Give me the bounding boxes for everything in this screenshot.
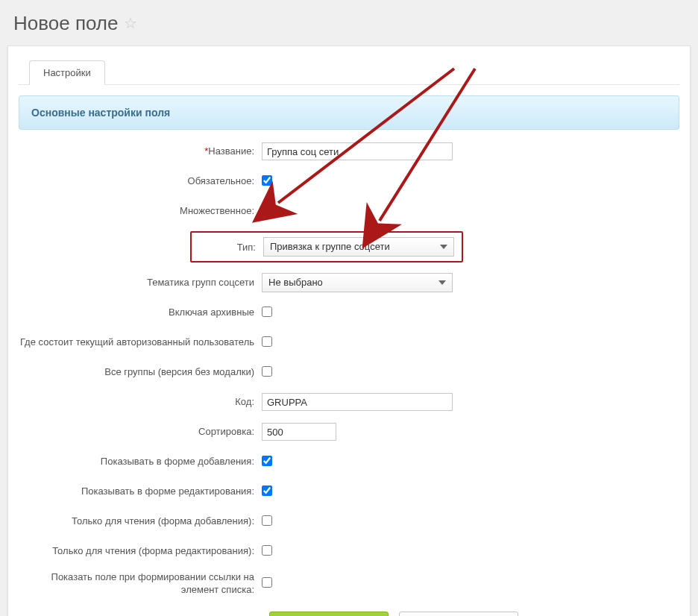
type-highlight: Тип: Привязка к группе соцсети <box>190 231 463 263</box>
multiple-checkbox[interactable] <box>262 205 272 216</box>
show-edit-checkbox[interactable] <box>262 485 272 496</box>
ro-add-checkbox[interactable] <box>262 515 272 526</box>
show-link-checkbox[interactable] <box>262 577 272 588</box>
sort-label: Сортировка: <box>19 426 262 439</box>
ro-edit-checkbox[interactable] <box>262 545 272 556</box>
save-button[interactable]: Сохранить <box>269 612 389 616</box>
chevron-down-icon <box>440 245 447 249</box>
topic-label: Тематика групп соцсети <box>19 277 262 289</box>
tab-settings[interactable]: Настройки <box>29 60 105 85</box>
section-header: Основные настройки поля <box>19 95 679 130</box>
ro-add-label: Только для чтения (форма добавления): <box>19 515 262 528</box>
archive-label: Включая архивные <box>19 307 262 319</box>
mandatory-checkbox[interactable] <box>262 175 272 186</box>
name-input[interactable] <box>262 142 453 160</box>
allgroups-label: Все группы (версия без модалки) <box>19 366 262 379</box>
type-select[interactable]: Привязка к группе соцсети <box>263 237 454 257</box>
sort-input[interactable] <box>262 423 336 441</box>
page-title: Новое поле <box>13 12 119 35</box>
apply-button[interactable]: Применить <box>399 612 518 616</box>
topic-select-value: Не выбрано <box>268 277 323 288</box>
mandatory-label: Обязательное: <box>19 175 262 188</box>
code-label: Код: <box>19 396 262 409</box>
show-edit-label: Показывать в форме редактирования: <box>19 485 262 498</box>
show-link-label: Показать поле при формировании ссылки на… <box>19 571 262 597</box>
allgroups-checkbox[interactable] <box>262 366 272 377</box>
member-checkbox[interactable] <box>262 336 272 347</box>
archive-checkbox[interactable] <box>262 307 272 317</box>
type-select-value: Привязка к группе соцсети <box>270 241 390 252</box>
favorite-star-icon[interactable]: ☆ <box>124 15 137 31</box>
show-add-checkbox[interactable] <box>262 456 272 466</box>
topic-select[interactable]: Не выбрано <box>262 273 453 292</box>
settings-panel: Настройки Основные настройки поля *Назва… <box>7 45 691 616</box>
member-label: Где состоит текущий авторизованный польз… <box>19 336 262 349</box>
multiple-label: Множественное: <box>19 205 262 218</box>
chevron-down-icon <box>438 280 446 285</box>
code-input[interactable] <box>262 393 453 411</box>
show-add-label: Показывать в форме добавления: <box>19 456 262 468</box>
name-label: *Название: <box>19 145 262 158</box>
type-label: Тип: <box>192 242 263 253</box>
ro-edit-label: Только для чтения (форма редактирования)… <box>19 545 262 558</box>
